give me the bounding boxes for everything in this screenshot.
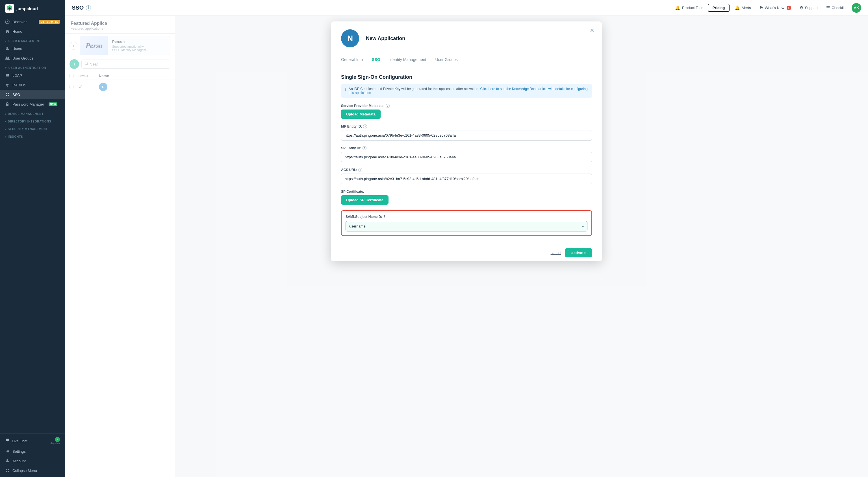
activate-button[interactable]: activate	[565, 248, 592, 258]
section-security-management[interactable]: › SECURITY MANAGEMENT	[0, 124, 65, 132]
sp-entity-id-label: SP Entity ID: ?	[341, 146, 592, 150]
sp-entity-help-icon[interactable]: ?	[363, 146, 367, 150]
saml-help-icon[interactable]: ?	[383, 215, 385, 219]
sp-entity-id-input[interactable]	[341, 152, 592, 162]
sidebar-label-radius: RADIUS	[12, 83, 26, 87]
tab-user-groups[interactable]: User Groups	[435, 53, 458, 66]
saml-subject-nameid-group: SAMLSubject NameID: ? username email use…	[341, 210, 592, 236]
tab-label-identity-management: Identity Management	[390, 57, 426, 62]
chevron-icon-device: ›	[5, 113, 6, 115]
svg-point-8	[8, 76, 9, 76]
sidebar: jumpcloud Discover GET STARTED Home ▾ US…	[0, 0, 65, 477]
section-label-device-management: DEVICE MANAGEMENT	[8, 112, 43, 115]
sidebar-logo[interactable]: jumpcloud	[0, 0, 65, 17]
cancel-button[interactable]: cancel	[551, 251, 561, 255]
section-label-directory-integrations: DIRECTORY INTEGRATIONS	[8, 120, 51, 123]
tab-identity-management[interactable]: Identity Management	[390, 53, 426, 66]
saml-subject-nameid-select[interactable]: username email user_id	[346, 221, 587, 232]
account-icon	[5, 458, 10, 463]
live-chat-right: 6 days left	[50, 437, 60, 445]
section-label-user-authentication: USER AUTHENTICATION	[8, 66, 46, 69]
sidebar-label-settings: Settings	[12, 449, 26, 453]
product-tour-label: Product Tour	[682, 6, 703, 10]
sidebar-item-home[interactable]: Home	[0, 27, 65, 36]
pricing-label: Pricing	[712, 6, 725, 10]
sidebar-item-account[interactable]: Account	[0, 456, 65, 466]
sidebar-item-radius[interactable]: RADIUS	[0, 80, 65, 90]
upload-sp-cert-button[interactable]: Upload SP Certificate	[341, 195, 389, 205]
product-tour-button[interactable]: 🔔 Product Tour	[672, 4, 706, 12]
idp-entity-help-icon[interactable]: ?	[363, 125, 367, 129]
chevron-icon-security: ›	[5, 128, 6, 131]
modal-app-icon-letter: N	[347, 34, 353, 43]
sidebar-item-user-groups[interactable]: User Groups	[0, 53, 65, 63]
service-provider-metadata-group: Service Provider Metadata: ? Upload Meta…	[341, 104, 592, 119]
idp-entity-id-input[interactable]	[341, 130, 592, 141]
sidebar-item-users[interactable]: Users	[0, 44, 65, 53]
chevron-icon-insights: ›	[5, 135, 6, 138]
support-button[interactable]: ⚙ Support	[796, 4, 822, 12]
page-info-icon[interactable]: ℹ	[86, 5, 91, 10]
sidebar-label-user-groups: User Groups	[12, 56, 33, 60]
server-icon	[5, 73, 10, 78]
sp-certificate-group: SP Certificate: Upload SP Certificate	[341, 190, 592, 205]
tour-icon: 🔔	[675, 5, 680, 10]
alerts-icon: 🔔	[735, 5, 740, 10]
upload-metadata-button[interactable]: Upload Metadata	[341, 109, 381, 119]
section-directory-integrations[interactable]: › DIRECTORY INTEGRATIONS	[0, 116, 65, 124]
main-area: SSO ℹ 🔔 Product Tour Pricing 🔔 Alerts ⚑ …	[65, 0, 868, 477]
acs-url-input[interactable]	[341, 174, 592, 184]
sidebar-item-password-manager[interactable]: Password Manager NEW	[0, 99, 65, 109]
acs-url-help-icon[interactable]: ?	[358, 168, 362, 172]
info-banner: ℹ An IDP Certificate and Private Key wil…	[341, 84, 592, 98]
checklist-button[interactable]: ☰ Checklist	[823, 4, 850, 12]
sidebar-label-account: Account	[12, 459, 26, 463]
section-user-management[interactable]: ▾ USER MANAGEMENT	[0, 36, 65, 44]
sso-config-title: Single Sign-On Configuration	[341, 74, 592, 80]
user-avatar[interactable]: AK	[851, 3, 861, 13]
support-icon: ⚙	[800, 5, 803, 10]
user-icon	[5, 46, 10, 51]
sidebar-item-sso[interactable]: SSO	[0, 90, 65, 99]
modal-close-button[interactable]: ✕	[587, 26, 596, 35]
tab-general-info[interactable]: General Info	[341, 53, 363, 66]
alerts-button[interactable]: 🔔 Alerts	[731, 4, 754, 12]
pricing-button[interactable]: Pricing	[708, 4, 729, 12]
days-left-label: days left	[50, 442, 60, 445]
tab-sso[interactable]: SSO	[372, 53, 380, 66]
home-icon	[5, 29, 10, 34]
wifi-icon	[5, 83, 10, 87]
tab-label-user-groups: User Groups	[435, 57, 458, 62]
modal-body: Single Sign-On Configuration ℹ An IDP Ce…	[331, 66, 602, 244]
service-provider-metadata-label: Service Provider Metadata: ?	[341, 104, 592, 108]
chevron-icon-directory: ›	[5, 120, 6, 123]
modal-footer: cancel activate	[331, 244, 602, 261]
section-label-security-management: SECURITY MANAGEMENT	[8, 128, 48, 131]
svg-rect-12	[8, 95, 9, 96]
saml-subject-nameid-label: SAMLSubject NameID: ?	[346, 215, 587, 219]
sidebar-item-settings[interactable]: Settings	[0, 446, 65, 456]
section-user-authentication[interactable]: ▾ USER AUTHENTICATION	[0, 63, 65, 71]
section-insights[interactable]: › INSIGHTS	[0, 132, 65, 139]
sidebar-item-ldap[interactable]: LDAP	[0, 71, 65, 80]
content-area: Featured Applica Featured applications ‹…	[65, 16, 868, 477]
alerts-label: Alerts	[742, 6, 751, 10]
info-banner-icon: ℹ	[345, 87, 346, 92]
sidebar-label-discover: Discover	[12, 20, 27, 24]
sidebar-item-collapse-menu[interactable]: Collapse Menu	[0, 466, 65, 475]
page-title-area: SSO ℹ	[72, 4, 91, 11]
tab-label-sso: SSO	[372, 57, 380, 62]
section-label-insights: INSIGHTS	[8, 135, 23, 138]
svg-rect-10	[8, 93, 9, 94]
sidebar-item-live-chat[interactable]: Live Chat 6 days left	[0, 435, 65, 446]
service-provider-help-icon[interactable]: ?	[386, 104, 390, 108]
sidebar-label-users: Users	[12, 46, 22, 51]
days-badge: 6	[55, 437, 60, 442]
sidebar-label-ldap: LDAP	[12, 73, 22, 78]
chevron-icon-auth: ▾	[5, 67, 7, 69]
section-device-management[interactable]: › DEVICE MANAGEMENT	[0, 109, 65, 116]
sidebar-item-discover[interactable]: Discover GET STARTED	[0, 17, 65, 27]
whats-new-button[interactable]: ⚑ What's New 5	[756, 4, 795, 12]
sidebar-label-password-manager: Password Manager	[12, 102, 44, 106]
svg-point-3	[6, 57, 7, 58]
